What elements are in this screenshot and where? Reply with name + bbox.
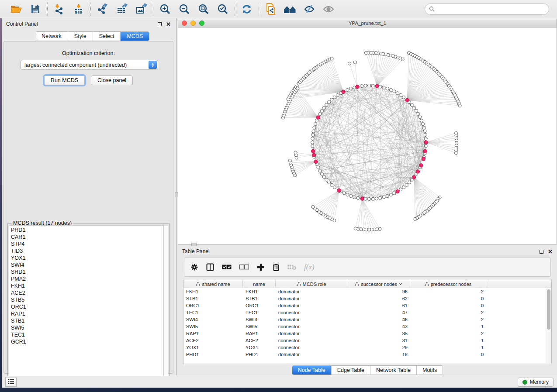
column-header-shared-name[interactable]: shared name bbox=[183, 280, 243, 288]
import-network-icon[interactable] bbox=[53, 3, 66, 16]
table-cell: ORC1 bbox=[243, 303, 276, 308]
tab-node-table[interactable]: Node Table bbox=[292, 366, 331, 375]
mcds-result-item[interactable]: FKH1 bbox=[11, 282, 161, 289]
table-row[interactable]: YOX1YOX1connector291 bbox=[183, 344, 551, 351]
table-row[interactable]: STB1STB1dominator620 bbox=[183, 295, 551, 302]
vertical-splitter[interactable] bbox=[176, 18, 177, 375]
clone-network-icon[interactable] bbox=[264, 3, 277, 16]
mcds-result-item[interactable]: TID3 bbox=[11, 248, 161, 254]
mcds-result-item[interactable]: RAP1 bbox=[11, 310, 161, 317]
table-cell: connector bbox=[276, 310, 347, 315]
table-cell: dominator bbox=[276, 303, 347, 308]
refresh-icon[interactable] bbox=[240, 3, 253, 16]
delete-table-icon bbox=[287, 264, 296, 270]
table-cell: 2 bbox=[410, 289, 486, 294]
table-row[interactable]: SWI4SWI4dominator462 bbox=[183, 316, 551, 323]
mcds-result-item[interactable]: PMA2 bbox=[11, 275, 161, 282]
tab-edge-table[interactable]: Edge Table bbox=[331, 366, 370, 375]
mcds-result-item[interactable]: SWI5 bbox=[11, 324, 161, 331]
mcds-result-item[interactable]: ORC1 bbox=[11, 303, 161, 310]
tab-select[interactable]: Select bbox=[93, 32, 121, 41]
table-cell: dominator bbox=[276, 352, 347, 357]
export-network-icon[interactable] bbox=[96, 3, 109, 16]
tab-network-table[interactable]: Network Table bbox=[370, 366, 416, 375]
tab-mcds[interactable]: MCDS bbox=[120, 32, 149, 41]
mcds-result-item[interactable]: SRD1 bbox=[11, 268, 161, 275]
close-table-panel-icon[interactable]: ✕ bbox=[548, 250, 553, 254]
status-bar: Memory bbox=[2, 376, 557, 388]
select-all-icon[interactable] bbox=[222, 265, 232, 270]
table-cell: dominator bbox=[276, 331, 347, 336]
task-history-button[interactable] bbox=[5, 378, 17, 387]
mcds-result-item[interactable]: STB1 bbox=[11, 317, 161, 324]
network-canvas[interactable] bbox=[178, 28, 557, 244]
main-toolbar bbox=[0, 0, 557, 18]
control-panel-tabs: Network Style Select MCDS bbox=[35, 31, 149, 41]
run-mcds-button[interactable]: Run MCDS bbox=[44, 76, 85, 85]
save-session-icon[interactable] bbox=[29, 3, 42, 16]
table-scrollbar-thumb[interactable] bbox=[547, 289, 550, 330]
deselect-all-icon[interactable] bbox=[239, 265, 249, 270]
first-neighbors-icon[interactable] bbox=[284, 3, 297, 16]
column-header-MCDS-role[interactable]: MCDS role bbox=[276, 280, 347, 288]
tab-style[interactable]: Style bbox=[68, 32, 93, 41]
table-cell: 1 bbox=[410, 324, 486, 329]
table-cell: SWI4 bbox=[243, 317, 276, 322]
memory-button[interactable]: Memory bbox=[518, 378, 554, 387]
control-panel: Control Panel ✕ Network Style Select MCD… bbox=[2, 18, 175, 375]
network-window-titlebar[interactable]: YPA_prune.txt_1 bbox=[178, 19, 557, 28]
close-panel-button[interactable]: Close panel bbox=[91, 76, 133, 85]
column-header-successor-nodes[interactable]: successor nodes bbox=[347, 280, 410, 288]
hide-selected-icon[interactable] bbox=[303, 3, 316, 16]
mcds-result-item[interactable]: YOX1 bbox=[11, 254, 161, 261]
mcds-result-item[interactable]: ACE2 bbox=[11, 289, 161, 296]
mcds-list-scrollbar[interactable] bbox=[163, 225, 168, 382]
columns-icon[interactable] bbox=[206, 263, 214, 271]
export-image-icon[interactable] bbox=[135, 3, 148, 16]
table-cell: 29 bbox=[347, 345, 410, 350]
delete-column-icon[interactable] bbox=[273, 263, 280, 271]
table-settings-icon[interactable] bbox=[190, 263, 198, 271]
table-row[interactable]: TEC1TEC1connector472 bbox=[183, 309, 551, 316]
table-row[interactable]: ORC1ORC1dominator610 bbox=[183, 302, 551, 309]
mcds-result-item[interactable]: STB5 bbox=[11, 296, 161, 303]
table-row[interactable]: SWI5SWI5connector431 bbox=[183, 323, 551, 330]
add-column-icon[interactable] bbox=[257, 263, 265, 271]
float-panel-icon[interactable] bbox=[158, 22, 162, 26]
import-table-icon[interactable] bbox=[72, 3, 85, 16]
table-cell: FKH1 bbox=[243, 289, 276, 294]
search-box[interactable] bbox=[425, 3, 549, 15]
column-header-predecessor-nodes[interactable]: predecessor nodes bbox=[410, 280, 486, 288]
tab-motifs[interactable]: Motifs bbox=[416, 366, 443, 375]
search-input[interactable] bbox=[437, 6, 545, 12]
zoom-fit-icon[interactable] bbox=[197, 3, 210, 16]
table-cell: STB1 bbox=[183, 296, 243, 301]
mcds-result-item[interactable]: CAR1 bbox=[11, 234, 161, 241]
mcds-result-item[interactable]: TEC1 bbox=[11, 331, 161, 338]
zoom-out-icon[interactable] bbox=[178, 3, 191, 16]
criterion-dropdown[interactable]: largest connected component (undirected)… bbox=[21, 60, 158, 70]
column-header-name[interactable]: name bbox=[243, 280, 276, 288]
table-row[interactable]: ACE2ACE2connector311 bbox=[183, 337, 551, 344]
zoom-in-icon[interactable] bbox=[159, 3, 172, 16]
open-file-icon[interactable] bbox=[10, 3, 23, 16]
table-cell: ACE2 bbox=[243, 338, 276, 343]
table-scrollbar[interactable] bbox=[546, 289, 551, 363]
table-cell: SWI4 bbox=[183, 317, 243, 322]
mcds-result-list[interactable]: PHD1CAR1STP4TID3YOX1SWI4SRD1PMA2FKH1ACE2… bbox=[9, 225, 163, 382]
mcds-result-item[interactable]: STP4 bbox=[11, 241, 161, 248]
table-row[interactable]: PHD1PHD1dominator180 bbox=[183, 351, 551, 358]
table-cell: 0 bbox=[410, 296, 486, 301]
close-panel-icon[interactable]: ✕ bbox=[166, 22, 171, 26]
mcds-result-item[interactable]: GCR1 bbox=[11, 338, 161, 345]
table-row[interactable]: RAP1RAP1dominator352 bbox=[183, 330, 551, 337]
export-table-icon[interactable] bbox=[115, 3, 128, 16]
mcds-result-item[interactable]: SWI4 bbox=[11, 261, 161, 268]
table-row[interactable]: FKH1FKH1dominator962 bbox=[183, 288, 551, 295]
table-cell: TEC1 bbox=[183, 310, 243, 315]
show-all-icon[interactable] bbox=[322, 3, 335, 16]
float-table-panel-icon[interactable] bbox=[540, 250, 543, 254]
mcds-result-item[interactable]: PHD1 bbox=[11, 227, 161, 234]
tab-network[interactable]: Network bbox=[35, 32, 68, 41]
zoom-selected-icon[interactable] bbox=[216, 3, 229, 16]
